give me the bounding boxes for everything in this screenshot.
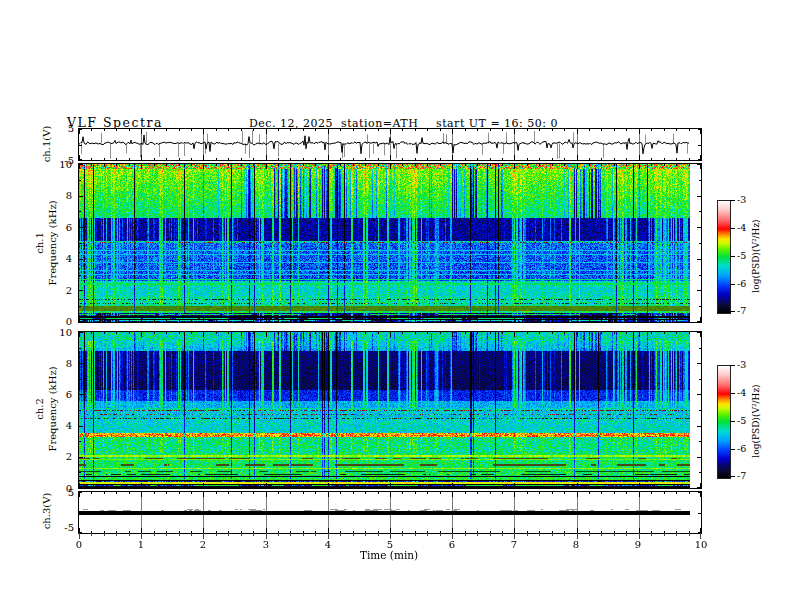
time-tick-1: 1 <box>129 538 153 551</box>
time-tick-7: 7 <box>502 538 526 551</box>
cb2-tick-neg4: -4 <box>737 387 746 399</box>
time-tick-6: 6 <box>440 538 464 551</box>
cb1-tick-neg7: -7 <box>737 305 746 317</box>
colorbar-spec1 <box>717 200 731 314</box>
cb1-tickmark <box>730 228 735 229</box>
cb1-tick-neg4: -4 <box>737 222 746 234</box>
vlf-spectra-screen: VLF Spectra Dec. 12, 2025 station=ATH st… <box>0 0 792 612</box>
cb2-tick-neg3: -3 <box>737 359 746 371</box>
time-tick-2: 2 <box>191 538 215 551</box>
cb2-psd-label: log(PSD)(V²/Hz) <box>751 384 761 457</box>
ch3v-tick-5: 5 <box>54 486 74 499</box>
cb2-tickmark <box>730 365 735 366</box>
spec2-tick-10: 10 <box>52 326 72 339</box>
cb2-tick-neg7: -7 <box>737 470 746 482</box>
cb1-tickmark <box>730 200 735 201</box>
ch3v-tick-neg5: -5 <box>54 521 74 534</box>
spec2-channel-label: ch.2 <box>34 398 45 420</box>
ch3-waveform-canvas <box>79 492 701 533</box>
cb1-tick-neg5: -5 <box>737 250 746 262</box>
cb2-tick-neg6: -6 <box>737 443 746 455</box>
ch1v-axis-label: ch.1(V) <box>41 126 52 163</box>
cb2-tickmark <box>730 449 735 450</box>
cb2-tickmark <box>730 476 735 477</box>
spec1-tick-10: 10 <box>52 158 72 171</box>
cb1-tick-neg3: -3 <box>737 194 746 206</box>
ch1v-tick-5: 5 <box>54 122 74 135</box>
ch2-spectrogram-canvas <box>79 332 701 488</box>
time-tick-10: 10 <box>689 538 713 551</box>
spec1-frequency-label: Frequency (kHz) <box>47 200 58 285</box>
ch1-waveform-canvas <box>79 129 701 160</box>
time-tick-0: 0 <box>67 538 91 551</box>
spec1-tick-2: 2 <box>52 284 72 297</box>
spec2-tick-2: 2 <box>52 450 72 463</box>
cb2-tick-neg5: -5 <box>737 415 746 427</box>
cb2-tickmark <box>730 393 735 394</box>
ch1-spectrogram-panel <box>78 163 702 323</box>
time-tick-4: 4 <box>316 538 340 551</box>
cb1-tickmark <box>730 311 735 312</box>
ch1-spectrogram-canvas <box>79 164 701 322</box>
cb1-psd-label: log(PSD)(V²/Hz) <box>751 219 761 292</box>
colorbar-spec2 <box>717 365 731 479</box>
time-tick-3: 3 <box>254 538 278 551</box>
ch3-voltage-panel <box>78 491 702 534</box>
ch1-voltage-panel <box>78 128 702 161</box>
ch3v-axis-label: ch.3(V) <box>41 493 52 530</box>
time-tick-8: 8 <box>564 538 588 551</box>
cb1-tickmark <box>730 284 735 285</box>
cb1-tickmark <box>730 256 735 257</box>
spec1-channel-label: ch.1 <box>34 232 45 254</box>
spec2-frequency-label: Frequency (kHz) <box>47 366 58 451</box>
ch2-spectrogram-panel <box>78 331 702 489</box>
cb2-tickmark <box>730 421 735 422</box>
time-tick-9: 9 <box>626 538 650 551</box>
time-axis-label: Time (min) <box>360 549 418 561</box>
cb1-tick-neg6: -6 <box>737 278 746 290</box>
